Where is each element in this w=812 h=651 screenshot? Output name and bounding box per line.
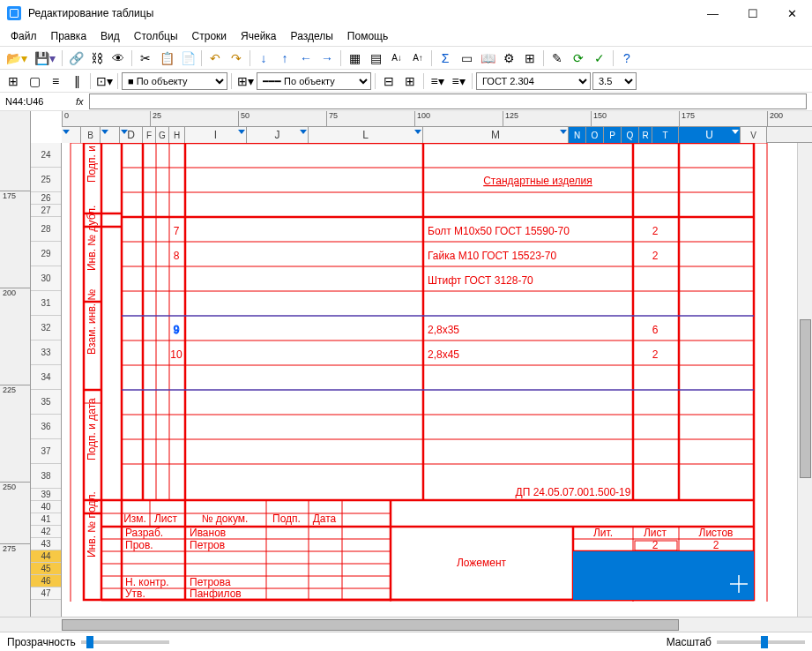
- row-head-41[interactable]: 41: [31, 513, 61, 526]
- row-head-40[interactable]: 40: [31, 501, 61, 513]
- row-head-31[interactable]: 31: [31, 291, 61, 316]
- save-button[interactable]: 💾▾: [32, 49, 58, 68]
- row-head-45[interactable]: 45: [31, 563, 61, 575]
- col-R[interactable]: R: [639, 127, 652, 143]
- help-icon[interactable]: ?: [617, 49, 637, 68]
- row-head-27[interactable]: 27: [31, 205, 61, 217]
- selection-area[interactable]: [573, 551, 754, 600]
- col-V[interactable]: V: [741, 127, 767, 143]
- menu-help[interactable]: Помощь: [340, 28, 395, 44]
- row-head-43[interactable]: 43: [31, 538, 61, 550]
- row-head-32[interactable]: 32: [31, 316, 61, 340]
- col-H[interactable]: H: [169, 127, 185, 143]
- menu-file[interactable]: Файл: [4, 28, 44, 44]
- undo-icon[interactable]: ↶: [205, 49, 225, 68]
- fill-icon[interactable]: ⊞▾: [235, 71, 255, 91]
- border-out-icon[interactable]: ▢: [25, 71, 44, 91]
- menu-view[interactable]: Вид: [93, 28, 127, 44]
- table-icon-2[interactable]: ▤: [366, 49, 385, 68]
- col-L[interactable]: L: [309, 127, 423, 143]
- sheet[interactable]: Подп. и дата Инв. № дубл. Взам. инв. № П…: [62, 143, 812, 602]
- row-head-44[interactable]: 44: [31, 550, 61, 563]
- col-U[interactable]: U: [679, 127, 741, 143]
- font-select[interactable]: ГОСТ 2.304: [476, 72, 591, 90]
- col-Q[interactable]: Q: [622, 127, 639, 143]
- col-B[interactable]: B: [81, 127, 101, 143]
- vertical-scrollbar[interactable]: [797, 143, 812, 617]
- row-head-39[interactable]: 39: [31, 489, 61, 501]
- row-head-46[interactable]: 46: [31, 575, 61, 587]
- menu-sections[interactable]: Разделы: [284, 28, 340, 44]
- col-T[interactable]: T: [652, 127, 679, 143]
- sort-az-icon[interactable]: A↓: [387, 49, 406, 68]
- maximize-button[interactable]: ☐: [733, 0, 772, 26]
- book-icon[interactable]: 📖: [478, 49, 497, 68]
- cut-icon[interactable]: ✂: [136, 49, 155, 68]
- arrow-down-icon[interactable]: ↓: [254, 49, 273, 68]
- unlink-icon[interactable]: ⛓: [87, 49, 107, 68]
- col-M[interactable]: M: [423, 127, 569, 143]
- opacity-slider[interactable]: Прозрачность: [7, 636, 169, 648]
- link-icon[interactable]: 🔗: [66, 49, 86, 68]
- line-style-select[interactable]: ■ По объекту: [122, 72, 227, 90]
- eye-icon[interactable]: 👁: [108, 49, 128, 68]
- copy-icon[interactable]: 📋: [157, 49, 176, 68]
- menu-rows[interactable]: Строки: [185, 28, 234, 44]
- merge-icon[interactable]: ⊟: [379, 71, 399, 91]
- row-head-33[interactable]: 33: [31, 340, 61, 365]
- menu-edit[interactable]: Правка: [44, 28, 94, 44]
- col-I[interactable]: I: [185, 127, 247, 143]
- col-O[interactable]: O: [586, 127, 604, 143]
- check-icon[interactable]: ✓: [590, 49, 609, 68]
- row-head-29[interactable]: 29: [31, 242, 61, 266]
- border-row-icon[interactable]: ≡: [46, 71, 65, 91]
- paste-icon[interactable]: 📄: [178, 49, 197, 68]
- size-select[interactable]: 3.5: [592, 72, 637, 90]
- split-icon[interactable]: ⊞: [400, 71, 420, 91]
- scale-slider[interactable]: Масштаб: [667, 636, 805, 648]
- border-style-icon[interactable]: ⊡▾: [94, 71, 114, 91]
- cell-reference[interactable]: N44:U46: [0, 96, 71, 107]
- arrow-left-icon[interactable]: ←: [296, 49, 316, 68]
- col-N[interactable]: N: [569, 127, 586, 143]
- arrow-up-icon[interactable]: ↑: [275, 49, 294, 68]
- align-v-icon[interactable]: ≡▾: [449, 71, 468, 91]
- formula-input[interactable]: [89, 94, 807, 109]
- col-D[interactable]: D: [120, 127, 143, 143]
- edit-icon[interactable]: ✎: [548, 49, 567, 68]
- open-button[interactable]: 📂▾: [4, 49, 30, 68]
- border-all-icon[interactable]: ⊞: [4, 71, 23, 91]
- table-icon-1[interactable]: ▦: [345, 49, 364, 68]
- col-G[interactable]: G: [156, 127, 169, 143]
- menu-cell[interactable]: Ячейка: [234, 28, 283, 44]
- grid-icon[interactable]: ⊞: [520, 49, 540, 68]
- row-head-24[interactable]: 24: [31, 143, 61, 168]
- border-col-icon[interactable]: ‖: [67, 71, 86, 91]
- fill-style-select[interactable]: ━━━ По объекту: [257, 72, 371, 90]
- row-head-38[interactable]: 38: [31, 464, 61, 489]
- row-head-35[interactable]: 35: [31, 390, 61, 415]
- menu-columns[interactable]: Столбцы: [127, 28, 185, 44]
- redo-icon[interactable]: ↷: [227, 49, 246, 68]
- row-head-30[interactable]: 30: [31, 266, 61, 291]
- col-F[interactable]: F: [143, 127, 156, 143]
- close-button[interactable]: ✕: [772, 0, 812, 26]
- align-h-icon[interactable]: ≡▾: [428, 71, 447, 91]
- calc-icon[interactable]: ▭: [457, 49, 476, 68]
- row-head-28[interactable]: 28: [31, 217, 61, 242]
- refresh-icon[interactable]: ⟳: [569, 49, 588, 68]
- sum-icon[interactable]: Σ: [436, 49, 455, 68]
- horizontal-scrollbar[interactable]: [0, 617, 812, 632]
- minimize-button[interactable]: —: [693, 0, 733, 26]
- props-icon[interactable]: ⚙: [499, 49, 518, 68]
- row-head-34[interactable]: 34: [31, 365, 61, 390]
- row-head-36[interactable]: 36: [31, 415, 61, 439]
- row-head-37[interactable]: 37: [31, 439, 61, 464]
- row-head-42[interactable]: 42: [31, 526, 61, 538]
- row-head-47[interactable]: 47: [31, 587, 61, 600]
- col-J[interactable]: J: [247, 127, 309, 143]
- arrow-right-icon[interactable]: →: [317, 49, 337, 68]
- sort-za-icon[interactable]: A↑: [408, 49, 428, 68]
- row-head-26[interactable]: 26: [31, 192, 61, 205]
- row-head-25[interactable]: 25: [31, 168, 61, 192]
